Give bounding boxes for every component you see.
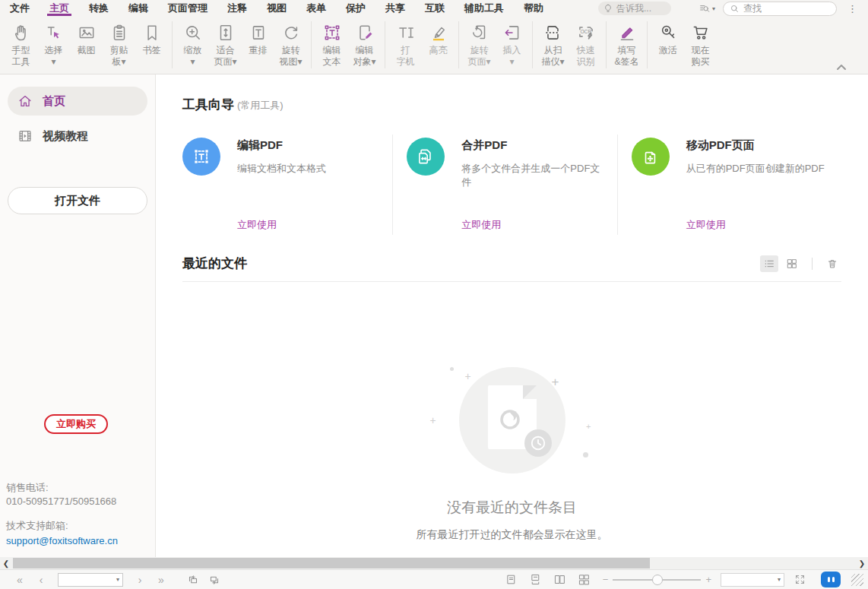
toolbar-separator — [385, 21, 385, 68]
menu-share[interactable]: 共享 — [375, 0, 415, 17]
zoom-out-button[interactable]: − — [603, 574, 609, 585]
tool-quick-ocr[interactable]: OCR 快速 识别 — [569, 20, 602, 68]
continuous-view-button[interactable] — [527, 572, 545, 588]
tool-activate[interactable]: 激活 — [651, 20, 684, 56]
menu-home[interactable]: 主页 — [40, 0, 79, 17]
card-merge-pdf[interactable]: 合并PDF 将多个文件合并生成一个PDF文件 立即使用 — [392, 135, 616, 235]
snapshot-icon — [77, 22, 97, 43]
facing-view-button[interactable] — [551, 572, 569, 588]
chevron-down-icon[interactable]: ▾ — [116, 576, 119, 583]
page-number-combobox[interactable]: ▾ — [58, 573, 123, 587]
tool-bookmark[interactable]: 书签 — [135, 20, 168, 56]
tool-from-scanner[interactable]: 从扫 描仪▾ — [537, 20, 569, 68]
zoom-level-input[interactable] — [721, 575, 778, 584]
search-icon — [730, 4, 740, 14]
tool-select[interactable]: 选择 ▾ — [37, 20, 70, 68]
tool-highlight[interactable]: 高亮 — [422, 20, 455, 56]
menu-protect[interactable]: 保护 — [336, 0, 375, 17]
page-number-input[interactable] — [59, 575, 116, 584]
zoom-level-combobox[interactable]: ▾ — [721, 573, 784, 587]
tool-buy-now[interactable]: 现在 购买 — [684, 20, 717, 68]
menu-file[interactable]: 文件 — [0, 0, 40, 17]
tool-typewriter[interactable]: 打 字机 — [389, 20, 422, 68]
zoom-slider-track[interactable] — [613, 579, 701, 581]
menu-convert[interactable]: 转换 — [79, 0, 119, 17]
last-page-button[interactable]: » — [152, 574, 170, 586]
tool-rotate-pages[interactable]: 旋转 页面▾ — [463, 20, 496, 68]
tool-hand[interactable]: 手型 工具 — [5, 20, 37, 68]
open-file-button[interactable]: 打开文件 — [8, 187, 147, 214]
rotate-pages-icon — [470, 22, 489, 43]
tool-reflow[interactable]: 重排 — [242, 20, 274, 56]
divider — [812, 258, 813, 270]
scrollbar-thumb[interactable] — [13, 558, 650, 568]
find-input[interactable] — [743, 3, 819, 14]
assistant-button[interactable] — [821, 572, 841, 587]
scrollbar-track[interactable] — [12, 557, 856, 569]
ocr-icon: OCR — [576, 22, 596, 43]
first-page-button[interactable]: « — [11, 574, 29, 586]
menu-view[interactable]: 视图 — [257, 0, 296, 17]
next-page-button[interactable]: › — [131, 574, 149, 586]
list-view-button[interactable] — [760, 255, 778, 272]
scanner-icon — [543, 22, 563, 43]
sidebar-item-home[interactable]: 首页 — [8, 87, 147, 116]
menu-edit[interactable]: 编辑 — [119, 0, 158, 17]
find-box[interactable] — [723, 2, 837, 16]
menu-comment[interactable]: 注释 — [217, 0, 257, 17]
sidebar-item-label: 视频教程 — [43, 129, 88, 144]
tool-edit-text[interactable]: 编辑 文本 — [315, 20, 348, 68]
buy-now-button[interactable]: 立即购买 — [44, 414, 108, 434]
tool-rotate-view[interactable]: 旋转 视图▾ — [274, 20, 307, 68]
tool-fill-sign[interactable]: 填写 &签名 — [610, 20, 643, 68]
scroll-left-arrow[interactable]: ❮ — [0, 559, 12, 568]
sparkle-dot — [583, 452, 588, 458]
prev-page-button[interactable]: ‹ — [32, 574, 50, 586]
menu-accessibility[interactable]: 辅助工具 — [455, 0, 514, 17]
use-now-link[interactable]: 立即使用 — [461, 218, 603, 232]
grid-view-button[interactable] — [783, 255, 801, 272]
chevron-down-icon[interactable]: ▾ — [778, 576, 781, 583]
grid-view-icon — [786, 258, 798, 270]
fullscreen-button[interactable] — [790, 572, 809, 588]
sparkle: + — [552, 375, 559, 390]
tell-me-box[interactable] — [598, 2, 671, 15]
more-menu-button[interactable]: ⋮ — [844, 3, 860, 14]
tell-me-input[interactable] — [616, 3, 665, 14]
sales-phone-label: 销售电话: — [6, 481, 118, 495]
menu-connect[interactable]: 互联 — [415, 0, 455, 17]
support-email-link[interactable]: support@foxitsoftware.cn — [6, 534, 118, 548]
zoom-slider-handle[interactable] — [652, 575, 663, 585]
horizontal-scrollbar[interactable]: ❮ ❯ — [0, 557, 868, 569]
menu-form[interactable]: 表单 — [296, 0, 336, 17]
search-mode-button[interactable]: ▾ — [699, 2, 715, 14]
facing-pages-icon — [553, 573, 566, 586]
sparkle: + — [430, 414, 436, 426]
menu-page-manage[interactable]: 页面管理 — [158, 0, 217, 17]
clear-recent-button[interactable] — [823, 255, 841, 272]
single-page-view-button[interactable] — [502, 572, 521, 588]
scroll-right-arrow[interactable]: ❯ — [856, 559, 868, 568]
card-edit-pdf[interactable]: 编辑PDF 编辑文档和文本格式 立即使用 — [182, 135, 392, 235]
clock-icon — [524, 429, 552, 457]
facing-continuous-icon — [578, 573, 591, 586]
tool-zoom[interactable]: 缩放 ▾ — [176, 20, 209, 68]
tool-clipboard[interactable]: 剪贴 板▾ — [103, 20, 135, 68]
tool-fit-page[interactable]: 适合 页面▾ — [209, 20, 242, 68]
card-move-pdf-pages[interactable]: 移动PDF页面 从已有的PDF页面创建新的PDF 立即使用 — [617, 135, 841, 235]
facing-continuous-view-button[interactable] — [575, 572, 594, 588]
statusbar: « ‹ ▾ › » − — [0, 569, 868, 589]
use-now-link[interactable]: 立即使用 — [237, 218, 326, 232]
sidebar-item-video-tutorials[interactable]: 视频教程 — [8, 122, 147, 150]
window-resize-grip[interactable] — [851, 574, 863, 586]
zoom-in-button[interactable]: + — [705, 574, 711, 585]
merge-pdf-icon — [407, 138, 445, 176]
tool-edit-object[interactable]: 编辑 对象▾ — [348, 20, 381, 68]
collapse-toolbar-button[interactable] — [836, 64, 847, 71]
previous-view-button[interactable] — [184, 572, 202, 588]
menu-help[interactable]: 帮助 — [514, 0, 553, 17]
tool-snapshot[interactable]: 截图 — [70, 20, 103, 56]
tool-insert-pages[interactable]: 插入 ▾ — [496, 20, 528, 68]
next-view-button[interactable] — [205, 572, 223, 588]
use-now-link[interactable]: 立即使用 — [686, 218, 825, 232]
